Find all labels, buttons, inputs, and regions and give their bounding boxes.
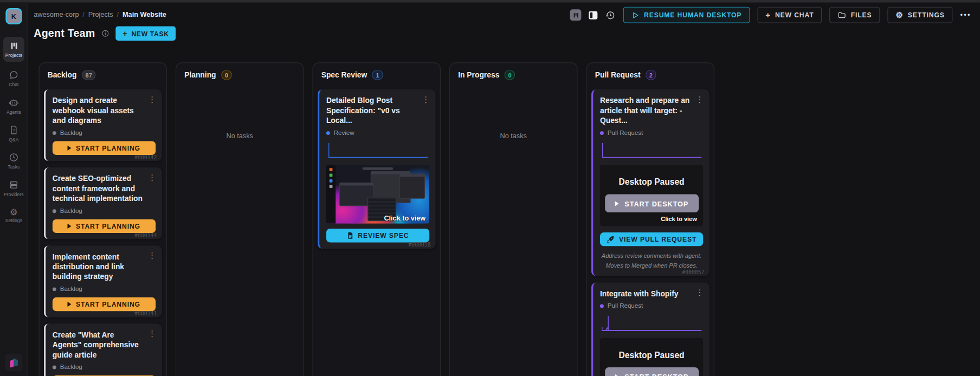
kebab-menu-icon[interactable]: ⋮ (148, 95, 156, 125)
question-document-icon: ? (9, 125, 18, 135)
status-badge: Backlog (60, 208, 82, 215)
breadcrumb-separator: / (117, 11, 119, 18)
plus-icon: + (765, 11, 771, 19)
task-card[interactable]: Detailed Blog Post Specification: "v0 vs… (318, 89, 436, 249)
column-title: Spec Review (321, 70, 368, 79)
kebab-menu-icon[interactable]: ⋮ (148, 252, 156, 282)
breadcrumb-item-org[interactable]: awesome-corp (34, 11, 79, 18)
column-planning: Planning 0 No tasks (176, 62, 304, 376)
column-in-progress: In Progress 0 No tasks (449, 62, 577, 376)
gear-icon: ⚙ (10, 208, 17, 216)
column-count-badge: 1 (372, 70, 383, 80)
task-card[interactable]: Integrate with Shopify⋮ Pull Request Des… (591, 282, 710, 376)
status-badge: Review (334, 129, 354, 137)
files-button[interactable]: FILES (829, 7, 880, 23)
sidebar-item-label: Providers (4, 192, 24, 197)
start-planning-button[interactable]: START PLANNING (53, 297, 156, 311)
plus-icon: + (122, 29, 127, 37)
column-header: Backlog 87 (40, 63, 166, 87)
desktop-paused-panel: Desktop Paused START DESKTOP Click to vi… (600, 165, 703, 226)
start-desktop-button[interactable]: START DESKTOP (605, 195, 699, 212)
task-card[interactable]: Design and create webhook visual assets … (44, 89, 162, 161)
card-title: Create "What Are Agents" comprehensive g… (53, 330, 144, 360)
history-icon (605, 10, 616, 21)
click-to-view-label[interactable]: Click to view (605, 216, 698, 223)
desktop-screenshot-thumbnail[interactable]: Click to view (326, 165, 429, 223)
sidebar-item-agents[interactable]: Agents (0, 98, 28, 115)
task-id: #000141 (134, 310, 157, 317)
overflow-menu-button[interactable]: ••• (960, 11, 971, 19)
breadcrumb-item-projects[interactable]: Projects (88, 11, 113, 18)
column-header: Spec Review 1 (313, 63, 440, 87)
status-dot (600, 131, 604, 135)
empty-state: No tasks (450, 132, 577, 139)
start-planning-button[interactable]: START PLANNING (53, 219, 156, 233)
status-badge: Pull Request (608, 129, 643, 137)
task-card[interactable]: Create "What Are Agents" comprehensive g… (44, 323, 162, 376)
card-title: Detailed Blog Post Specification: "v0 vs… (326, 95, 418, 125)
task-id: #000144 (134, 232, 157, 239)
panel-icon (589, 11, 598, 19)
new-task-button[interactable]: + NEW TASK (115, 26, 176, 41)
sidebar-item-qa[interactable]: ? Q&A (0, 125, 28, 142)
card-title: Research and prepare an article that wil… (600, 95, 692, 125)
sidebar-item-label: Tasks (8, 164, 20, 170)
status-badge: Backlog (60, 364, 82, 371)
thumbnail-window (399, 174, 425, 199)
sidebar-item-tasks[interactable]: Tasks (0, 152, 28, 170)
column-cards: Detailed Blog Post Specification: "v0 vs… (313, 87, 440, 254)
desktop-paused-title: Desktop Paused (605, 177, 698, 186)
sidebar-item-settings[interactable]: ⚙ Settings (0, 208, 28, 224)
window-top-strip (0, 0, 980, 3)
folder-icon (837, 11, 846, 20)
task-id: #000142 (134, 154, 157, 161)
breadcrumb: awesome-corp / Projects / Main Website (34, 11, 166, 18)
history-button[interactable] (605, 10, 616, 21)
column-count-badge: 87 (82, 70, 96, 80)
play-icon (68, 224, 72, 229)
avatar[interactable]: K (5, 8, 22, 24)
column-header: Planning 0 (176, 63, 303, 87)
card-title: Create SEO-optimized content framework a… (53, 174, 144, 204)
clock-icon (9, 152, 18, 162)
activity-sparkline (600, 314, 703, 333)
kebab-menu-icon[interactable]: ⋮ (695, 289, 703, 299)
click-to-view-label: Click to view (384, 214, 425, 222)
new-chat-button[interactable]: + NEW CHAT (757, 7, 822, 23)
start-planning-button[interactable]: START PLANNING (53, 141, 156, 155)
kebab-menu-icon[interactable]: ⋮ (695, 95, 703, 125)
sidebar-item-projects[interactable]: Projects (3, 37, 24, 62)
app-logo[interactable] (5, 354, 22, 371)
settings-button[interactable]: ⚙ SETTINGS (887, 7, 952, 23)
kebab-menu-icon[interactable]: ⋮ (148, 174, 156, 204)
column-header: Pull Request 2 (587, 63, 714, 87)
panel-toggle-button[interactable] (589, 11, 598, 19)
status-dot (53, 365, 56, 369)
activity-sparkline (600, 141, 703, 160)
pr-note: Address review comments with agent. Move… (600, 251, 703, 270)
task-card[interactable]: Implement content distribution and link … (44, 245, 162, 317)
task-card[interactable]: Create SEO-optimized content framework a… (44, 167, 162, 239)
sidebar-item-providers[interactable]: Providers (0, 180, 28, 197)
resume-human-desktop-button[interactable]: RESUME HUMAN DESKTOP (623, 7, 750, 23)
app-window: K Projects Chat Agents ? Q&A (0, 0, 980, 376)
column-count-badge: 2 (646, 70, 656, 80)
column-cards: Design and create webhook visual assets … (40, 87, 166, 376)
column-header: In Progress 0 (450, 63, 577, 87)
gear-icon: ⚙ (895, 11, 903, 19)
kebab-menu-icon[interactable]: ⋮ (148, 330, 156, 360)
column-count-badge: 0 (221, 70, 232, 80)
view-pull-request-button[interactable]: VIEW PULL REQUEST (600, 232, 703, 246)
thumbnail-dock (326, 165, 336, 223)
review-spec-button[interactable]: REVIEW SPEC (326, 229, 429, 242)
board-view-toggle-button[interactable] (570, 9, 582, 21)
start-desktop-button[interactable]: START DESKTOP (605, 367, 699, 376)
kebab-menu-icon[interactable]: ⋮ (422, 95, 429, 125)
info-icon[interactable] (101, 29, 109, 37)
page-header: Agent Team + NEW TASK (34, 26, 176, 41)
status-dot (53, 209, 56, 213)
status-dot (53, 131, 56, 135)
column-title: Backlog (48, 70, 77, 79)
task-card[interactable]: Research and prepare an article that wil… (591, 89, 710, 276)
sidebar-item-chat[interactable]: Chat (0, 70, 28, 87)
